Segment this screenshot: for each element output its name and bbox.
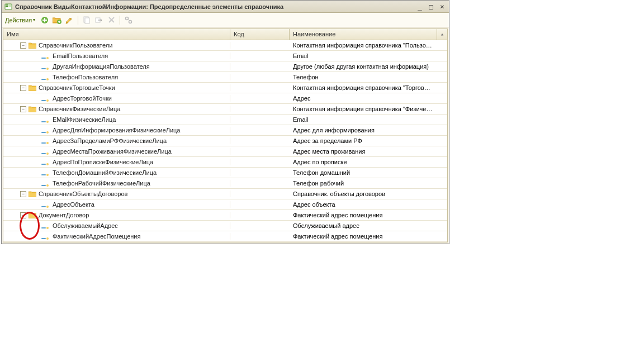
actions-menu[interactable]: Действия [5, 17, 35, 23]
folder-icon [29, 212, 36, 218]
maximize-button[interactable]: □ [427, 3, 435, 11]
table-row[interactable]: −СправочникОбъектыДоговоровСправочник. о… [3, 189, 447, 199]
add-icon[interactable] [40, 15, 50, 25]
table-row[interactable]: EMailФизическиеЛицаEmail [3, 115, 447, 125]
row-desc: Адрес [290, 95, 437, 102]
svg-rect-13 [41, 68, 46, 69]
row-name: ТелефонПользователя [53, 74, 118, 80]
table-row[interactable]: ТелефонПользователяТелефон [3, 72, 447, 83]
table-row[interactable]: ТелефонРабочийФизическиеЛицаТелефон рабо… [3, 178, 447, 189]
edit-icon[interactable] [64, 15, 74, 25]
table-row[interactable]: −СправочникФизическиеЛицаКонтактная инфо… [3, 104, 447, 115]
window-title: Справочник ВидыКонтактнойИнформации: Пре… [15, 3, 415, 10]
row-desc: Контактная информация справочника "Физич… [290, 106, 437, 112]
item-icon [41, 65, 49, 68]
svg-point-9 [126, 17, 129, 20]
row-desc: Обслуживаемый адрес [290, 222, 437, 229]
add-folder-icon[interactable] [52, 15, 62, 25]
expand-toggle-icon[interactable]: − [20, 212, 26, 218]
table-row[interactable]: −ДокументДоговорФактический адрес помеще… [3, 210, 447, 221]
item-icon [41, 54, 49, 58]
row-desc: Адрес места проживания [290, 148, 437, 155]
svg-point-30 [46, 174, 49, 176]
svg-rect-33 [41, 206, 46, 207]
close-button[interactable]: × [438, 3, 447, 11]
table-header: Имя Код Наименование [3, 29, 447, 40]
folder-icon [29, 42, 36, 49]
table-row[interactable]: АдресТорговойТочкиАдрес [3, 93, 447, 104]
table-row[interactable]: −СправочникПользователиКонтактная информ… [3, 40, 447, 51]
svg-rect-37 [41, 238, 46, 239]
item-icon [41, 97, 49, 100]
row-desc: Контактная информация справочника "Польз… [290, 42, 437, 49]
expand-toggle-icon[interactable]: − [20, 191, 26, 197]
row-desc: Фактический адрес помещения [290, 212, 437, 218]
window: Справочник ВидыКонтактнойИнформации: Пре… [1, 0, 449, 244]
separator [78, 16, 78, 25]
row-name: СправочникПользователи [39, 42, 112, 49]
svg-point-12 [46, 57, 49, 59]
item-icon [41, 171, 49, 174]
row-name: АдресТорговойТочки [53, 95, 112, 102]
svg-rect-23 [41, 142, 46, 144]
copy-icon[interactable] [82, 15, 92, 25]
refresh-icon[interactable] [124, 15, 134, 25]
data-table: Имя Код Наименование −СправочникПользова… [3, 28, 448, 242]
toolbar: Действия [2, 13, 449, 27]
minimize-button[interactable]: _ [415, 3, 424, 11]
table-row[interactable]: АдресМестаПроживанияФизическиеЛицаАдрес … [3, 146, 447, 157]
svg-rect-7 [85, 18, 89, 23]
row-name: ДругаяИнформацияПользователя [53, 63, 150, 70]
svg-point-26 [46, 153, 49, 155]
row-name: ТелефонДомашнийФизическиеЛица [53, 169, 157, 176]
row-desc: Другое (любая другая контактная информац… [290, 63, 437, 70]
folder-icon [29, 84, 36, 91]
table-row[interactable]: АдресЗаПределамиРФФизическиеЛицаАдрес за… [3, 136, 447, 146]
table-row[interactable]: АдресПоПропискеФизическиеЛицаАдрес по пр… [3, 157, 447, 168]
item-icon [41, 235, 49, 238]
row-name: ФактическийАдресПомещения [53, 233, 140, 240]
table-row[interactable]: −СправочникТорговыеТочкиКонтактная инфор… [3, 83, 447, 93]
row-name: EMailФизическиеЛица [53, 116, 116, 123]
row-name: СправочникТорговыеТочки [39, 84, 115, 91]
svg-rect-15 [41, 79, 46, 80]
row-name: ОбслуживаемыйАдрес [53, 222, 118, 229]
column-header-desc[interactable]: Наименование [290, 29, 437, 40]
delete-icon[interactable] [106, 15, 116, 25]
svg-point-22 [46, 131, 49, 134]
scroll-up-icon[interactable] [437, 29, 447, 40]
table-row[interactable]: EmailПользователяEmail [3, 51, 447, 61]
svg-point-38 [46, 237, 49, 240]
row-desc: Email [290, 53, 437, 59]
svg-rect-29 [41, 174, 46, 175]
item-icon [41, 182, 49, 185]
svg-point-16 [46, 78, 49, 80]
move-icon[interactable] [94, 15, 104, 25]
row-name: EmailПользователя [53, 53, 108, 59]
folder-icon [29, 190, 36, 197]
table-row[interactable]: АдресДляИнформированияФизическиеЛицаАдре… [3, 125, 447, 136]
svg-rect-25 [41, 153, 46, 154]
column-header-name[interactable]: Имя [3, 29, 230, 40]
table-row[interactable]: ДругаяИнформацияПользователяДругое (люба… [3, 61, 447, 72]
item-icon [41, 224, 49, 227]
table-row[interactable]: АдресОбъектаАдрес объекта [3, 199, 447, 210]
expand-toggle-icon[interactable]: − [20, 85, 26, 91]
row-name: АдресМестаПроживанияФизическиеЛица [53, 148, 172, 155]
row-desc: Телефон [290, 74, 437, 80]
expand-toggle-icon[interactable]: − [20, 106, 26, 112]
folder-icon [29, 106, 36, 112]
expand-toggle-icon[interactable]: − [20, 42, 26, 49]
svg-rect-3 [8, 4, 11, 7]
item-icon [41, 118, 49, 121]
row-desc: Email [290, 116, 437, 123]
table-row[interactable]: ТелефонДомашнийФизическиеЛицаТелефон дом… [3, 168, 447, 178]
titlebar: Справочник ВидыКонтактнойИнформации: Пре… [2, 1, 449, 13]
column-header-code[interactable]: Код [230, 29, 290, 40]
svg-rect-31 [41, 185, 46, 186]
row-desc: Адрес по прописке [290, 159, 437, 165]
row-name: АдресПоПропискеФизическиеЛица [53, 159, 153, 165]
row-name: АдресОбъекта [53, 201, 94, 208]
table-row[interactable]: ОбслуживаемыйАдресОбслуживаемый адрес [3, 221, 447, 231]
table-row[interactable]: ФактическийАдресПомещенияФактический адр… [3, 231, 447, 242]
